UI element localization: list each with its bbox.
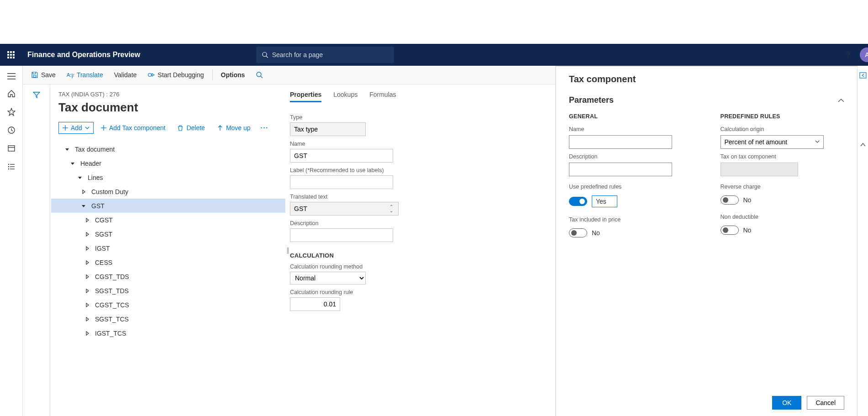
recent-button[interactable] — [7, 126, 16, 134]
delete-button[interactable]: Delete — [173, 122, 209, 133]
type-field — [290, 122, 366, 136]
tree-row[interactable]: SGST_TCS — [51, 312, 285, 326]
tree-row[interactable]: IGST — [51, 241, 285, 255]
tree-row[interactable]: Tax document — [51, 142, 285, 156]
find-button[interactable] — [251, 69, 268, 80]
reverse-charge-toggle[interactable] — [721, 195, 739, 205]
move-up-button[interactable]: Move up — [212, 122, 255, 133]
tree-row[interactable]: Header — [51, 156, 285, 170]
translated-spinner[interactable]: ⌃ ⌄ — [389, 205, 393, 213]
add-tax-component-button[interactable]: Add Tax component — [96, 122, 170, 133]
add-tax-component-label: Add Tax component — [109, 124, 166, 132]
translated-text-field[interactable] — [290, 202, 399, 216]
calc-origin-select[interactable]: Percent of net amount — [721, 135, 824, 149]
workspace-icon — [7, 144, 16, 153]
start-debugging-button[interactable]: Start Debugging — [143, 69, 208, 80]
dlg-name-label: Name — [569, 126, 693, 132]
dlg-description-input[interactable] — [569, 163, 672, 176]
filter-button[interactable] — [32, 91, 41, 416]
help-button[interactable]: ? — [838, 44, 858, 66]
right-gutter — [857, 66, 868, 416]
avatar-initial: A — [865, 51, 868, 58]
rounding-method-label: Calculation rounding method — [290, 263, 555, 270]
hamburger-button[interactable] — [7, 73, 16, 79]
scroll-up-button[interactable] — [860, 142, 866, 147]
dialog-body: Parameters GENERAL Name Description Use … — [556, 89, 857, 416]
ok-button[interactable]: OK — [772, 396, 801, 410]
tree-view: Tax documentHeaderLinesCustom DutyGSTCGS… — [50, 142, 285, 416]
brand-title: Finance and Operations Preview — [27, 51, 140, 59]
tab-formulas[interactable]: Formulas — [369, 91, 396, 102]
favorites-button[interactable] — [7, 108, 16, 116]
translate-button[interactable]: A字 Translate — [62, 69, 108, 80]
save-button[interactable]: Save — [26, 69, 60, 80]
tree-row[interactable]: Custom Duty — [51, 184, 285, 199]
waffle-menu-button[interactable] — [0, 44, 22, 66]
tree-row[interactable]: IGST_TCS — [51, 326, 285, 340]
tree-row[interactable]: SGST_TDS — [51, 284, 285, 298]
tree-row[interactable]: GST — [51, 199, 285, 213]
tax-on-tax-input — [721, 163, 798, 176]
tree-row[interactable]: CGST — [51, 213, 285, 227]
modules-button[interactable] — [7, 163, 16, 171]
use-predefined-value[interactable]: Yes — [592, 195, 617, 207]
splitter-handle[interactable]: ‖ — [285, 84, 290, 416]
translated-label: Translated text — [290, 194, 555, 200]
caret-right-icon — [80, 190, 87, 194]
tab-lookups[interactable]: Lookups — [333, 91, 358, 102]
related-pane-button[interactable] — [859, 72, 867, 79]
tree-item-label: Header — [76, 160, 101, 167]
global-search[interactable] — [256, 47, 394, 63]
caret-right-icon — [84, 274, 90, 279]
description-field[interactable] — [290, 228, 393, 242]
label-field[interactable] — [290, 175, 393, 189]
parameters-section-header[interactable]: Parameters — [569, 89, 844, 109]
rounding-rule-field[interactable] — [290, 297, 340, 311]
search-input[interactable] — [272, 51, 389, 58]
svg-rect-6 — [8, 146, 15, 151]
rounding-method-select[interactable]: Normal — [290, 272, 366, 284]
home-icon — [7, 90, 16, 98]
chevron-up-icon — [860, 142, 866, 147]
predefined-col-title: PREDEFINED RULES — [721, 113, 845, 120]
help-icon: ? — [846, 50, 850, 60]
caret-down-icon — [64, 147, 70, 152]
action-bar: Save A字 Translate Validate Start Debuggi… — [23, 66, 555, 84]
tree-row[interactable]: SGST — [51, 227, 285, 241]
svg-point-12 — [8, 169, 9, 169]
tree-row[interactable]: CESS — [51, 255, 285, 269]
avatar[interactable]: A — [860, 47, 868, 62]
non-deductible-toggle[interactable] — [721, 226, 739, 235]
more-actions-button[interactable]: ··· — [258, 124, 272, 132]
tree-item-label: CGST_TCS — [90, 301, 129, 309]
delete-label: Delete — [186, 124, 205, 132]
home-button[interactable] — [7, 90, 16, 98]
tax-included-toggle[interactable] — [569, 228, 587, 237]
caret-down-icon — [69, 161, 76, 166]
dlg-reverse-charge-label: Reverse charge — [721, 184, 845, 190]
tree-row[interactable]: CGST_TCS — [51, 298, 285, 312]
validate-label: Validate — [114, 71, 137, 79]
tax-included-value: No — [592, 229, 600, 237]
caret-right-icon — [84, 260, 90, 265]
tab-properties[interactable]: Properties — [290, 91, 321, 102]
properties-form: Type Name Label (*Recommended to use lab… — [290, 111, 555, 311]
tree-item-label: CGST — [90, 216, 113, 224]
use-predefined-toggle[interactable] — [569, 197, 587, 206]
dlg-name-input[interactable] — [569, 135, 672, 149]
workspaces-button[interactable] — [7, 144, 16, 153]
action-separator — [212, 69, 213, 81]
chevron-up-icon — [838, 98, 844, 103]
tree-row[interactable]: CGST_TDS — [51, 269, 285, 284]
cancel-button[interactable]: Cancel — [807, 396, 844, 410]
validate-button[interactable]: Validate — [110, 69, 142, 80]
properties-pane: Properties Lookups Formulas Type Name La… — [290, 84, 555, 416]
caret-down-icon — [80, 204, 87, 208]
name-field[interactable] — [290, 149, 393, 163]
tree-row[interactable]: Lines — [51, 170, 285, 184]
add-label: Add — [71, 124, 82, 132]
dlg-description-label: Description — [569, 153, 693, 160]
workspace: Save A字 Translate Validate Start Debuggi… — [0, 66, 868, 416]
add-button[interactable]: Add — [58, 122, 94, 134]
options-button[interactable]: Options — [216, 69, 250, 80]
